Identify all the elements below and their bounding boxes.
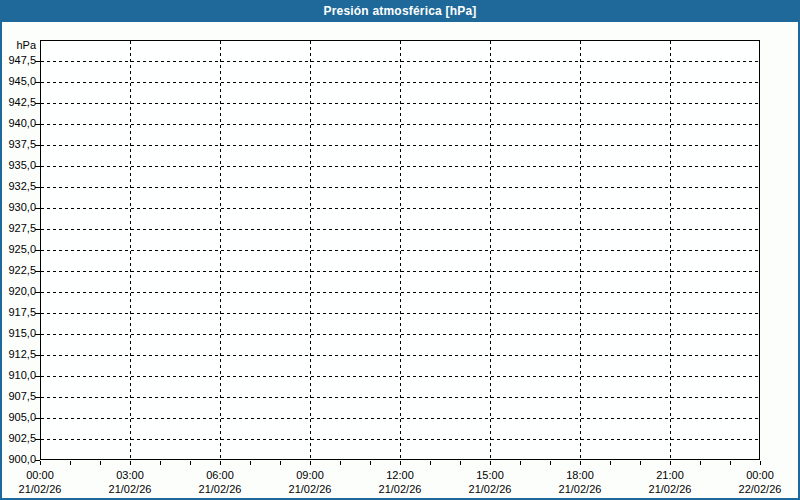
window-frame bbox=[0, 0, 800, 500]
